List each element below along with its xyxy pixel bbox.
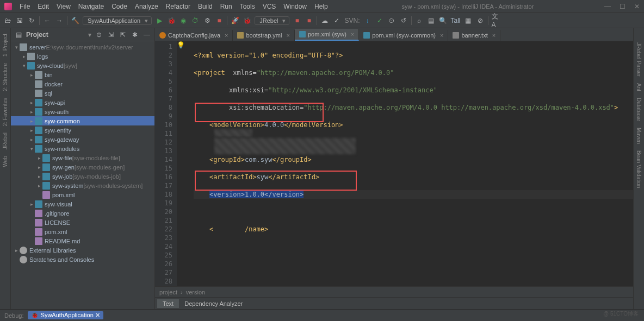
tree-item-syw-visual[interactable]: ▸syw-visual <box>11 199 154 209</box>
editor-tab-captchaconfig-java[interactable]: CaptchaConfig.java× <box>155 30 233 41</box>
menu-help[interactable]: Help <box>311 2 331 11</box>
tree-item-pom-xml[interactable]: pom.xml <box>11 190 154 199</box>
forward-icon[interactable]: → <box>55 16 64 25</box>
refresh-icon[interactable]: ↻ <box>27 16 36 25</box>
translate-icon[interactable]: 文A <box>492 16 500 25</box>
tree-item--gitignore[interactable]: .gitignore <box>11 209 154 218</box>
right-tab-maven[interactable]: Maven <box>635 124 643 147</box>
maximize-icon[interactable]: ☐ <box>620 3 626 10</box>
tree-item-syw-modules[interactable]: ▾syw-modules <box>11 144 154 153</box>
tree-item-syw-system[interactable]: ▸syw-system [syw-modules-system] <box>11 181 154 190</box>
tree-item-syw-file[interactable]: ▸syw-file [syw-modules-file] <box>11 153 154 162</box>
menu-vcs[interactable]: VCS <box>259 2 280 11</box>
profile-icon[interactable]: ⏱ <box>191 16 200 25</box>
jrebel-debug-icon[interactable]: 🐞 <box>243 16 251 25</box>
status-run-config[interactable]: 🐞 SywAuthApplication ✕ <box>28 311 103 319</box>
tree-item-syw-entity[interactable]: ▸syw-entity <box>11 125 154 135</box>
left-tab----favorites[interactable]: 2: Favorites <box>1 95 9 129</box>
right-tab-ant[interactable]: Ant <box>635 80 643 95</box>
back-icon[interactable]: ← <box>43 16 52 25</box>
svn-revert-icon[interactable]: ↺ <box>399 16 408 25</box>
menu-window[interactable]: Window <box>280 2 310 11</box>
tree-item-logs[interactable]: ▸logs <box>11 52 154 61</box>
jrebel-run-icon[interactable]: 🚀 <box>231 16 239 25</box>
menu-run[interactable]: Run <box>217 2 236 11</box>
expand-icon[interactable]: ⇲ <box>107 30 115 39</box>
stop-icon[interactable]: ■ <box>215 16 224 25</box>
presentation-icon[interactable]: ▦ <box>464 16 473 25</box>
tree-item-scratches-and-consoles[interactable]: Scratches and Consoles <box>11 255 154 264</box>
run-configuration-dropdown[interactable]: SywAuthApplication <box>83 16 152 25</box>
code-editor[interactable]: 1234567891011121314151617181920212223242… <box>155 41 633 286</box>
tab-close-icon[interactable]: × <box>286 32 289 39</box>
find-icon[interactable]: ⌕ <box>415 16 424 25</box>
left-tab-jrebel[interactable]: JRebel <box>1 129 9 153</box>
breadcrumb[interactable]: project › version <box>155 286 633 297</box>
tree-item-syw-common[interactable]: ▸syw-common <box>11 116 154 125</box>
bottom-tab-dependency-analyzer[interactable]: Dependency Analyzer <box>179 299 248 308</box>
tree-item-license[interactable]: LICENSE <box>11 218 154 227</box>
intention-bulb-icon[interactable]: 💡 <box>177 41 185 286</box>
menu-build[interactable]: Build <box>195 2 216 11</box>
left-tab----project[interactable]: 1: Project <box>1 30 9 60</box>
right-tab-database[interactable]: Database <box>635 95 643 124</box>
tab-close-icon[interactable]: × <box>351 31 354 37</box>
editor-tab-bootstrap-yml[interactable]: bootstrap.yml× <box>233 30 294 41</box>
menu-tools[interactable]: Tools <box>237 2 258 11</box>
left-tab-web[interactable]: Web <box>1 153 9 170</box>
editor-tab-pom-xml--syw-[interactable]: pom.xml (syw)× <box>295 29 359 41</box>
menu-edit[interactable]: Edit <box>34 2 52 11</box>
unknown-icon[interactable]: ⊘ <box>476 16 485 25</box>
settings-icon[interactable]: ✱ <box>131 30 139 39</box>
search-everywhere-icon[interactable]: 🔍 <box>439 16 448 25</box>
coverage-icon[interactable]: ◉ <box>179 16 188 25</box>
debug-icon[interactable]: 🐞 <box>167 16 176 25</box>
tree-item-syw-cloud[interactable]: ▾syw-cloud [syw] <box>11 61 154 70</box>
tree-item-pom-xml[interactable]: pom.xml <box>11 227 154 236</box>
jrebel-stop2-icon[interactable]: ■ <box>305 16 313 25</box>
tree-item-server[interactable]: ▾server E:\syw-document\trunk\v2\server <box>11 42 154 52</box>
tree-item-syw-gateway[interactable]: ▸syw-gateway <box>11 135 154 144</box>
vcs-cloud-icon[interactable]: ☁ <box>320 16 329 25</box>
tree-item-sql[interactable]: sql <box>11 89 154 98</box>
right-tab-bean-validation[interactable]: Bean Validation <box>635 147 643 191</box>
minimize-icon[interactable]: — <box>604 3 611 10</box>
menu-file[interactable]: File <box>16 2 33 11</box>
open-icon[interactable]: 🗁 <box>3 16 12 25</box>
left-tab----structure[interactable]: 2: Structure <box>1 60 9 95</box>
tree-item-syw-auth[interactable]: ▸syw-auth <box>11 107 154 116</box>
svn-history-icon[interactable]: ⏲ <box>387 16 396 25</box>
build-icon[interactable]: 🔨 <box>71 16 79 25</box>
select-opened-icon[interactable]: ⊙ <box>95 30 103 39</box>
editor-tab-pom-xml--syw-common-[interactable]: pom.xml (syw-common)× <box>359 30 448 41</box>
tree-item-readme-md[interactable]: README.md <box>11 236 154 246</box>
vcs-commit-icon[interactable]: ✓ <box>332 16 341 25</box>
bottom-tab-text[interactable]: Text <box>157 299 179 308</box>
tab-close-icon[interactable]: × <box>440 32 443 39</box>
project-tree[interactable]: ▾server E:\syw-document\trunk\v2\server▸… <box>11 41 154 309</box>
menu-navigate[interactable]: Navigate <box>75 2 107 11</box>
tab-close-icon[interactable]: × <box>492 32 496 39</box>
menu-code[interactable]: Code <box>108 2 131 11</box>
close-icon[interactable]: ✕ <box>634 3 640 10</box>
tree-item-syw-gen[interactable]: ▸syw-gen [syw-modules-gen] <box>11 162 154 172</box>
jrebel-stop1-icon[interactable]: ■ <box>293 16 301 25</box>
jrebel-dropdown[interactable]: JRebel <box>255 16 289 25</box>
tree-item-syw-api[interactable]: ▸syw-api <box>11 98 154 107</box>
run-icon[interactable]: ▶ <box>155 16 164 25</box>
svn-commit-icon[interactable]: ✓ <box>375 16 384 25</box>
menu-analyze[interactable]: Analyze <box>132 2 162 11</box>
svn-update-icon[interactable]: ↓ <box>363 16 372 25</box>
code-content[interactable]: <?xml version="1.0" encoding="UTF-8"?> <… <box>185 41 633 286</box>
tree-item-bin[interactable]: ▸bin <box>11 70 154 79</box>
right-tab-jrebel-parser[interactable]: JRebel Parser <box>635 39 643 80</box>
collapse-icon[interactable]: ⇱ <box>119 30 127 39</box>
structure-icon[interactable]: ▤ <box>427 16 436 25</box>
save-icon[interactable]: 🖫 <box>15 16 24 25</box>
editor-tab-banner-txt[interactable]: banner.txt× <box>448 30 500 41</box>
project-dropdown-icon[interactable]: ▾ <box>88 31 91 39</box>
tree-item-external-libraries[interactable]: ▸External Libraries <box>11 246 154 255</box>
menu-refactor[interactable]: Refactor <box>163 2 194 11</box>
attach-icon[interactable]: ⚙ <box>203 16 212 25</box>
tree-item-docker[interactable]: docker <box>11 79 154 89</box>
